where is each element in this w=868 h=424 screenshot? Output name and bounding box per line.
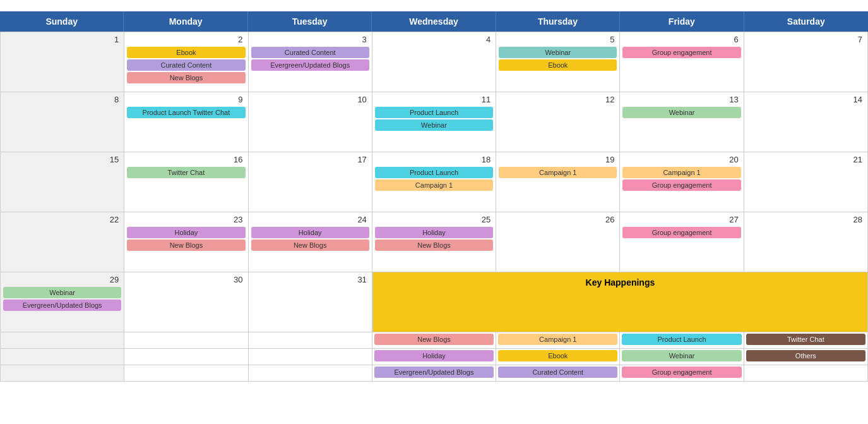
cell-date: 21: [747, 155, 865, 164]
cell-date: 23: [127, 215, 245, 224]
event-item: New Blogs: [374, 334, 494, 345]
event-item: Campaign 1: [499, 167, 617, 178]
kh-empty-2: [249, 365, 372, 382]
cell-w3-d3: 18Product LaunchCampaign 1: [372, 152, 496, 212]
event-item: Product Launch: [375, 167, 493, 178]
cell-w4-d4: 26: [496, 212, 620, 272]
cell-date: 12: [499, 95, 617, 104]
event-item: Webinar: [3, 287, 121, 298]
cell-w3-d4: 19Campaign 1: [496, 152, 620, 212]
event-item: Evergreen/Updated Blogs: [374, 366, 494, 378]
kh-event-cell: Ebook: [496, 349, 620, 365]
cell-date: 1: [3, 35, 121, 44]
event-item: New Blogs: [251, 239, 369, 251]
event-item: Webinar: [499, 47, 617, 58]
event-item: Evergreen/Updated Blogs: [251, 59, 369, 71]
key-happenings-header: Key Happenings: [372, 272, 868, 332]
event-item: Holiday: [375, 227, 493, 238]
event-item: Group engagement: [622, 47, 740, 58]
cell-date: 8: [3, 95, 121, 104]
kh-event-cell: Holiday: [372, 349, 496, 365]
cell-w2-d2: 10: [249, 92, 372, 152]
event-item: New Blogs: [127, 239, 245, 251]
kh-event-cell: Twitter Chat: [744, 332, 868, 349]
event-item: New Blogs: [375, 239, 493, 251]
cell-date: 13: [622, 95, 740, 104]
cell-date: 10: [251, 95, 369, 104]
cell-w5-d0: 29WebinarEvergreen/Updated Blogs: [1, 272, 124, 332]
kh-row-0: New BlogsCampaign 1Product LaunchTwitter…: [1, 332, 868, 349]
event-item: Ebook: [498, 350, 617, 361]
kh-empty-1: [124, 349, 248, 365]
event-item: Group engagement: [622, 227, 740, 238]
header-wednesday: Wednesday: [372, 11, 496, 32]
event-item: Holiday: [374, 350, 494, 361]
cell-date: 11: [375, 95, 493, 104]
cell-w1-d3: 4: [372, 32, 496, 92]
cell-date: 25: [375, 215, 493, 224]
header-tuesday: Tuesday: [248, 11, 372, 32]
header-friday: Friday: [620, 11, 744, 32]
cell-w5-d2: 31: [249, 272, 372, 332]
kh-event-cell: New Blogs: [372, 332, 496, 349]
cell-date: 22: [3, 215, 121, 224]
cell-w1-d5: 6Group engagement: [620, 32, 744, 92]
event-item: Curated Content: [127, 59, 245, 71]
cell-w4-d5: 27Group engagement: [620, 212, 744, 272]
kh-event-cell: Product Launch: [620, 332, 744, 349]
event-item: Holiday: [251, 227, 369, 238]
header-monday: Monday: [124, 11, 247, 32]
cell-w1-d4: 5WebinarEbook: [496, 32, 620, 92]
cell-date: 5: [499, 35, 617, 44]
cell-w4-d1: 23HolidayNew Blogs: [124, 212, 248, 272]
event-item: Others: [746, 350, 865, 361]
kh-empty-0: [1, 365, 124, 382]
cell-w2-d0: 8: [1, 92, 124, 152]
cell-date: 14: [747, 95, 865, 104]
cell-w4-d3: 25HolidayNew Blogs: [372, 212, 496, 272]
cell-date: 6: [622, 35, 740, 44]
week5: 29WebinarEvergreen/Updated Blogs3031Key …: [0, 272, 868, 382]
cell-w5-d1: 30: [124, 272, 248, 332]
kh-empty-1: [124, 365, 248, 382]
event-item: Webinar: [622, 350, 741, 361]
cell-date: 17: [251, 155, 369, 164]
cell-date: 27: [622, 215, 740, 224]
event-item: Twitter Chat: [746, 334, 865, 345]
cell-w1-d1: 2EbookCurated ContentNew Blogs: [124, 32, 248, 92]
cell-w3-d0: 15: [1, 152, 124, 212]
event-item: Evergreen/Updated Blogs: [3, 300, 121, 311]
cell-w4-d2: 24HolidayNew Blogs: [249, 212, 372, 272]
event-item: Holiday: [127, 227, 245, 238]
kh-empty-2: [249, 349, 372, 365]
kh-empty-2: [249, 332, 372, 349]
event-item: Product Launch Twitter Chat: [127, 107, 245, 118]
event-item: Ebook: [127, 47, 245, 58]
kh-event-cell: Evergreen/Updated Blogs: [372, 365, 496, 382]
cell-w1-d2: 3Curated ContentEvergreen/Updated Blogs: [249, 32, 372, 92]
cell-date: 29: [3, 275, 121, 284]
calendar-header: SundayMondayTuesdayWednesdayThursdayFrid…: [0, 11, 868, 32]
cell-w1-d6: 7: [744, 32, 868, 92]
event-item: Campaign 1: [375, 179, 493, 191]
header-sunday: Sunday: [0, 11, 124, 32]
cell-date: 24: [251, 215, 369, 224]
event-item: Campaign 1: [622, 167, 740, 178]
kh-event-cell: Others: [744, 349, 868, 365]
cell-date: 16: [127, 155, 245, 164]
cell-date: 15: [3, 155, 121, 164]
cell-date: 18: [375, 155, 493, 164]
cell-date: 3: [251, 35, 369, 44]
cell-date: 20: [622, 155, 740, 164]
event-item: Product Launch: [375, 107, 493, 118]
cell-w4-d6: 28: [744, 212, 868, 272]
calendar-body: 12EbookCurated ContentNew Blogs3Curated …: [0, 32, 868, 272]
cell-date: 2: [127, 35, 245, 44]
kh-empty-1: [124, 332, 248, 349]
cell-w2-d3: 11Product LaunchWebinar: [372, 92, 496, 152]
kh-event-cell: Campaign 1: [496, 332, 620, 349]
event-item: Twitter Chat: [127, 167, 245, 178]
cell-date: 4: [375, 35, 493, 44]
kh-row-2: Evergreen/Updated BlogsCurated ContentGr…: [1, 365, 868, 382]
cell-w3-d1: 16Twitter Chat: [124, 152, 248, 212]
